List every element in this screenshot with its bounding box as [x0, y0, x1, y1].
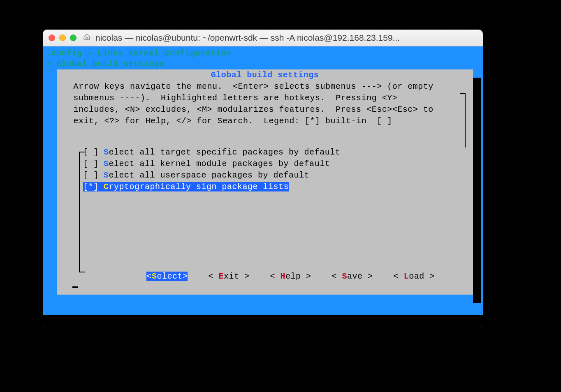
frame-right-top — [460, 93, 466, 94]
frame-right — [465, 93, 466, 148]
menuconfig-panel: Global build settings Arrow keys navigat… — [57, 69, 473, 295]
panel-shadow — [473, 78, 481, 303]
terminal-body[interactable]: .config - Linux Kernel Configuration > G… — [43, 46, 483, 327]
panel-title: Global build settings — [57, 69, 473, 81]
config-header-2: > Global build settings — [46, 59, 165, 69]
close-icon[interactable] — [49, 35, 55, 41]
exit-button[interactable]: < Exit > — [208, 272, 249, 281]
menu-item[interactable]: [ ] Select all userspace packages by def… — [83, 171, 309, 180]
home-icon — [83, 33, 91, 43]
menu-item[interactable]: [ ] Select all target specific packages … — [83, 148, 340, 157]
help-button[interactable]: < Help > — [270, 272, 311, 281]
button-bar: <Select> < Exit > < Help > < Save > < Lo… — [57, 262, 473, 291]
save-button[interactable]: < Save > — [332, 272, 373, 281]
window-title: nicolas — nicolas@ubuntu: ~/openwrt-sdk … — [95, 33, 477, 43]
select-button[interactable]: <Select> — [146, 272, 188, 281]
titlebar[interactable]: nicolas — nicolas@ubuntu: ~/openwrt-sdk … — [43, 30, 483, 46]
menu-item-selected[interactable]: [*] Cryptographically sign package lists — [83, 182, 289, 191]
load-button[interactable]: < Load > — [394, 272, 435, 281]
menu-list: [ ] Select all target specific packages … — [57, 147, 473, 193]
frame-left-top — [79, 152, 85, 152]
terminal-bottom-strip — [43, 315, 483, 327]
zoom-icon[interactable] — [70, 35, 76, 41]
frame-left — [79, 152, 80, 272]
terminal-window: nicolas — nicolas@ubuntu: ~/openwrt-sdk … — [43, 30, 483, 327]
panel-help: Arrow keys navigate the menu. <Enter> se… — [57, 81, 473, 127]
minimize-icon[interactable] — [59, 35, 66, 41]
menu-item[interactable]: [ ] Select all kernel module packages by… — [83, 159, 330, 168]
config-header-1: .config - Linux Kernel Configuration — [46, 48, 231, 59]
